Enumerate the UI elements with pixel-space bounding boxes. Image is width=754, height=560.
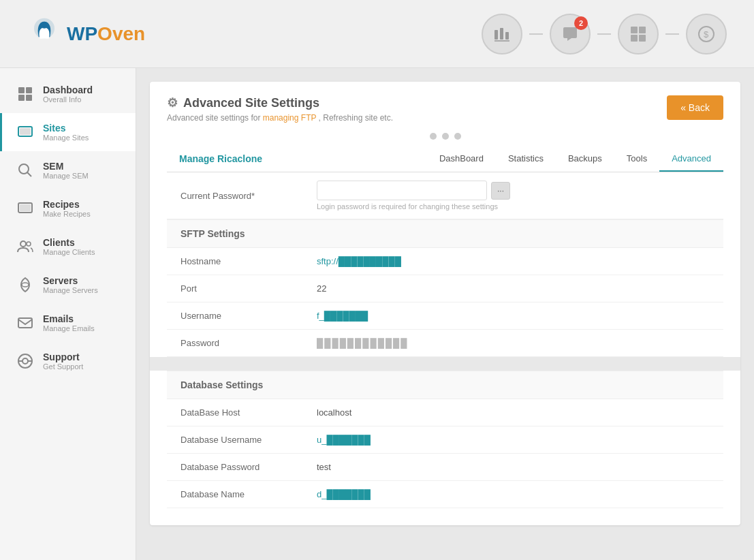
support-title: Support [43, 352, 83, 362]
svg-point-1 [40, 21, 48, 28]
tab-backups[interactable]: Backups [556, 146, 614, 172]
svg-point-27 [22, 358, 28, 364]
sidebar-item-emails[interactable]: Emails Manage Emails [0, 304, 136, 342]
db-password-label: Database Password [180, 462, 317, 472]
db-host-value: localhost [317, 407, 351, 418]
servers-title: Servers [43, 275, 98, 286]
billing-header-button[interactable]: $ [686, 14, 727, 55]
stats-header-button[interactable] [482, 14, 522, 55]
layout-header-icon [629, 25, 648, 44]
current-password-row: Current Password* ··· Login password is … [167, 172, 723, 219]
sidebar-item-sites[interactable]: Sites Manage Sites [0, 113, 136, 151]
svg-point-22 [20, 241, 26, 247]
card-header: ⚙ Advanced Site Settings Advanced site s… [167, 95, 723, 123]
support-subtitle: Get Support [43, 362, 83, 371]
svg-text:$: $ [704, 29, 709, 40]
db-name-label: Database Name [180, 489, 317, 499]
back-button[interactable]: « Back [667, 95, 723, 120]
db-password-row: Database Password test [167, 454, 723, 481]
card-subtitle: Advanced site settings for managing FTP … [167, 113, 393, 123]
sftp-username-value: f_███████ [317, 311, 368, 321]
progress-dots [167, 133, 723, 140]
db-section-heading: Database Settings [167, 371, 723, 399]
current-password-label: Current Password* [180, 191, 317, 201]
support-text: Support Get Support [43, 352, 83, 371]
password-toggle-button[interactable]: ··· [491, 182, 510, 200]
tab-advanced[interactable]: Advanced [659, 146, 723, 172]
section-divider [150, 357, 740, 371]
svg-rect-6 [631, 27, 638, 33]
svg-rect-12 [18, 87, 25, 93]
sidebar-item-servers[interactable]: Servers Manage Servers [0, 266, 136, 304]
servers-subtitle: Manage Servers [43, 286, 98, 294]
dashboard-subtitle: Overall Info [43, 95, 93, 104]
sidebar: Dashboard Overall Info Sites Manage Site… [0, 68, 136, 560]
form-section: Current Password* ··· Login password is … [167, 172, 723, 508]
current-password-input[interactable] [317, 181, 487, 200]
sftp-hostname-label: Hostname [180, 256, 317, 266]
clients-title: Clients [43, 237, 95, 248]
sftp-section-heading: SFTP Settings [167, 219, 723, 248]
sem-subtitle: Manage SEM [43, 172, 89, 180]
main-layout: Dashboard Overall Info Sites Manage Site… [0, 68, 754, 560]
svg-point-18 [19, 164, 29, 174]
content-area: ⚙ Advanced Site Settings Advanced site s… [136, 68, 754, 560]
db-host-row: DataBase Host localhost [167, 399, 723, 426]
sftp-hostname-row: Hostname sftp://██████████ [167, 248, 723, 275]
sftp-port-row: Port 22 [167, 275, 723, 302]
servers-text: Servers Manage Servers [43, 275, 98, 294]
clients-text: Clients Manage Clients [43, 237, 95, 256]
logo-icon [27, 17, 61, 51]
tabs: Manage Ricaclone DashBoard Statistics Ba… [167, 146, 723, 172]
emails-subtitle: Manage Emails [43, 324, 95, 332]
sidebar-item-sem[interactable]: SEM Manage SEM [0, 151, 136, 189]
db-username-label: Database Username [180, 435, 317, 445]
sites-title: Sites [43, 123, 89, 134]
sidebar-item-clients[interactable]: Clients Manage Clients [0, 228, 136, 266]
svg-rect-3 [500, 28, 503, 40]
tab-tools[interactable]: Tools [614, 146, 659, 172]
svg-rect-13 [26, 87, 32, 93]
sftp-password-row: Password ████████████ [167, 330, 723, 357]
svg-rect-2 [494, 30, 498, 40]
db-username-value: u_███████ [317, 435, 371, 445]
connector1 [529, 33, 543, 35]
sftp-username-label: Username [180, 311, 317, 321]
logo-text: WPOven [67, 23, 145, 45]
recipes-subtitle: Make Recipes [43, 210, 91, 218]
svg-rect-9 [639, 35, 646, 42]
sidebar-item-recipes[interactable]: Recipes Make Recipes [0, 189, 136, 228]
sftp-port-label: Port [180, 283, 317, 294]
layout-header-button[interactable] [618, 14, 659, 55]
messages-header-button[interactable]: 2 [550, 14, 591, 55]
svg-rect-4 [505, 32, 509, 40]
sidebar-item-dashboard[interactable]: Dashboard Overall Info [0, 75, 136, 113]
db-name-value: d_███████ [317, 489, 371, 499]
sidebar-item-support[interactable]: Support Get Support [0, 342, 136, 380]
sem-icon [16, 161, 35, 180]
sftp-username-row: Username f_███████ [167, 302, 723, 330]
tab-statistics[interactable]: Statistics [496, 146, 556, 172]
ftp-link[interactable]: managing FTP [263, 113, 317, 123]
sem-title: SEM [43, 161, 89, 172]
sftp-port-value: 22 [317, 283, 326, 294]
svg-rect-17 [20, 128, 31, 135]
dashboard-text: Dashboard Overall Info [43, 84, 93, 104]
sites-text: Sites Manage Sites [43, 123, 89, 142]
sites-subtitle: Manage Sites [43, 134, 89, 142]
svg-rect-14 [18, 95, 25, 101]
badge-count: 2 [574, 16, 588, 30]
gear-icon: ⚙ [167, 95, 178, 110]
dashboard-icon [16, 84, 35, 104]
tab-dashboard[interactable]: DashBoard [427, 146, 496, 172]
db-username-row: Database Username u_███████ [167, 426, 723, 454]
svg-point-24 [22, 283, 29, 287]
connector2 [597, 33, 611, 35]
emails-title: Emails [43, 313, 95, 324]
sftp-hostname-value: sftp://██████████ [317, 256, 401, 266]
support-icon [16, 352, 35, 371]
recipes-icon [16, 199, 35, 218]
dot-3 [454, 133, 461, 140]
svg-rect-7 [639, 27, 646, 33]
billing-header-icon: $ [697, 25, 716, 44]
